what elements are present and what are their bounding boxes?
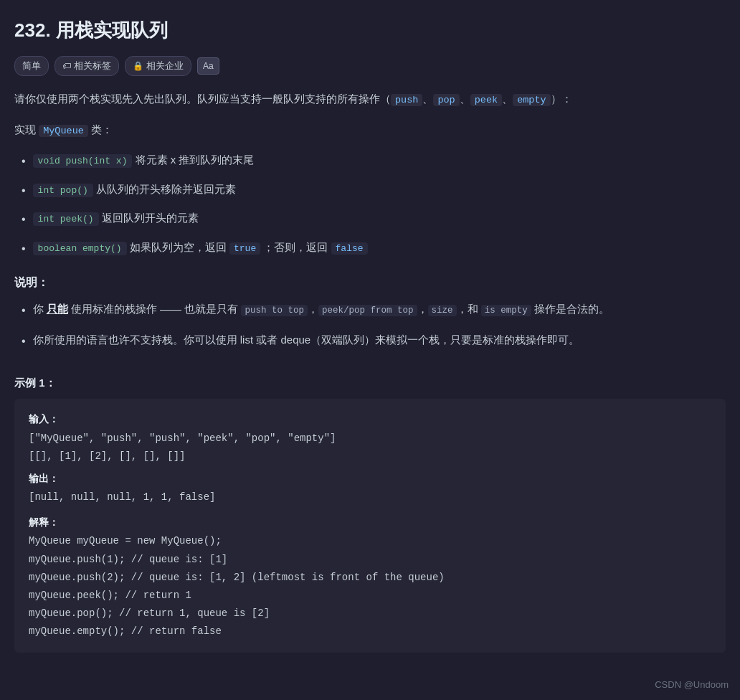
- comma-2: ，: [417, 303, 428, 315]
- intro-text: 请你仅使用两个栈实现先入先出队列。队列应当支持一般队列支持的所有操作（: [14, 93, 391, 105]
- watermark: CSDN @Undoom: [655, 677, 729, 693]
- note-bullet-1: •: [22, 301, 26, 321]
- intro-code-peek: peek: [470, 94, 502, 106]
- input-line1: ["MyQueue", "push", "push", "peek", "pop…: [29, 430, 711, 448]
- intro-end: ）：: [551, 93, 572, 105]
- lock-icon: 🔒: [133, 59, 143, 73]
- bullet-1: •: [22, 151, 26, 172]
- method-pop-desc: 从队列的开头移除并返回元素: [96, 183, 236, 195]
- note-2: • 你所使用的语言也许不支持栈。你可以使用 list 或者 deque（双端队列…: [22, 330, 726, 352]
- explain-label-text: 解释：: [29, 516, 59, 528]
- explain-line-2: myQueue.push(1); // queue is: [1]: [29, 551, 711, 569]
- method-peek-desc: 返回队列开头的元素: [102, 212, 199, 224]
- implement-prefix: 实现: [14, 123, 39, 136]
- intro-code-empty: empty: [513, 94, 551, 106]
- tag-easy[interactable]: 简单: [14, 56, 49, 76]
- method-push-desc: 将元素 x 推到队列的末尾: [136, 153, 255, 166]
- method-peek: • int peek() 返回队列开头的元素: [22, 208, 726, 230]
- method-push: • void push(int x) 将元素 x 推到队列的末尾: [22, 150, 726, 172]
- op-is-empty: is empty: [481, 305, 531, 316]
- bool-true: true: [229, 242, 260, 255]
- tag-company-label: 相关企业: [146, 58, 184, 74]
- intro-paragraph: 请你仅使用两个栈实现先入先出队列。队列应当支持一般队列支持的所有操作（push、…: [14, 89, 726, 109]
- intro-code-push: push: [391, 94, 422, 106]
- tag-related-tags[interactable]: 🏷 相关标签: [54, 56, 119, 76]
- method-pop-code: int pop(): [33, 184, 93, 197]
- comma-1: ，: [308, 303, 318, 315]
- example-title: 示例 1：: [14, 374, 726, 392]
- method-empty-code: boolean empty(): [33, 242, 127, 255]
- tag-related-tags-label: 相关标签: [74, 58, 111, 74]
- op-peek-pop: peek/pop from top: [318, 305, 417, 316]
- example-block: 输入： ["MyQueue", "push", "push", "peek", …: [14, 399, 726, 652]
- note-1-bold: 只能: [47, 303, 68, 315]
- myqueue-class: MyQueue: [39, 125, 88, 137]
- input-line2: [[], [1], [2], [], [], []]: [29, 448, 711, 465]
- note-1-and: ，和: [457, 303, 481, 315]
- tag-row: 简单 🏷 相关标签 🔒 相关企业 Aa: [14, 56, 726, 76]
- note-1-mid: 使用标准的栈操作 —— 也就是只有: [68, 303, 242, 315]
- implement-suffix: 类：: [88, 123, 113, 136]
- method-pop-content: int pop() 从队列的开头移除并返回元素: [33, 179, 236, 199]
- bullet-3: •: [22, 209, 26, 230]
- note-1: • 你 只能 使用标准的栈操作 —— 也就是只有 push to top，pee…: [22, 299, 726, 321]
- tag-aa-label: Aa: [203, 61, 214, 71]
- note-1-suffix: 操作是合法的。: [531, 303, 609, 315]
- method-empty-desc-2: ；否则，返回: [260, 241, 331, 253]
- method-empty-desc-1: 如果队列为空，返回: [130, 241, 229, 253]
- method-peek-code: int peek(): [33, 212, 99, 226]
- method-empty-content: boolean empty() 如果队列为空，返回 true ；否则，返回 fa…: [33, 237, 368, 257]
- method-push-content: void push(int x) 将元素 x 推到队列的末尾: [33, 150, 255, 169]
- explain-line-3: myQueue.push(2); // queue is: [1, 2] (le…: [29, 569, 711, 587]
- note-1-prefix: 你: [33, 303, 47, 315]
- note-bullet-2: •: [22, 331, 26, 352]
- output-label: 输出：: [29, 470, 711, 488]
- method-push-code: void push(int x): [33, 154, 133, 168]
- notes-list: • 你 只能 使用标准的栈操作 —— 也就是只有 push to top，pee…: [14, 299, 726, 352]
- output-line: [null, null, null, 1, 1, false]: [29, 488, 711, 506]
- op-push-top: push to top: [241, 305, 308, 316]
- explain-line-5: myQueue.pop(); // return 1, queue is [2]: [29, 605, 711, 623]
- explain-line-4: myQueue.peek(); // return 1: [29, 587, 711, 605]
- page-title: 232. 用栈实现队列: [14, 14, 726, 46]
- explain-line-1: MyQueue myQueue = new MyQueue();: [29, 532, 711, 550]
- input-label-text: 输入：: [29, 413, 59, 425]
- tag-icon: 🏷: [62, 59, 71, 73]
- bullet-4: •: [22, 239, 26, 260]
- op-size: size: [428, 305, 457, 316]
- methods-list: • void push(int x) 将元素 x 推到队列的末尾 • int p…: [14, 150, 726, 260]
- tag-easy-label: 简单: [22, 58, 41, 74]
- input-label: 输入：: [29, 410, 711, 429]
- note-2-text: 你所使用的语言也许不支持栈。你可以使用 list 或者 deque（双端队列）来…: [33, 330, 580, 349]
- method-peek-content: int peek() 返回队列开头的元素: [33, 208, 199, 227]
- intro-code-pop: pop: [433, 94, 459, 106]
- method-empty: • boolean empty() 如果队列为空，返回 true ；否则，返回 …: [22, 237, 726, 260]
- note-title: 说明：: [14, 273, 726, 292]
- bool-false: false: [331, 242, 368, 255]
- output-label-text: 输出：: [29, 473, 59, 484]
- bullet-2: •: [22, 181, 26, 202]
- note-1-content: 你 只能 使用标准的栈操作 —— 也就是只有 push to top，peek/…: [33, 299, 609, 319]
- explain-label: 解释：: [29, 514, 711, 532]
- tag-aa[interactable]: Aa: [197, 57, 219, 75]
- explain-line-6: myQueue.empty(); // return false: [29, 623, 711, 640]
- tag-company[interactable]: 🔒 相关企业: [125, 56, 191, 76]
- method-pop: • int pop() 从队列的开头移除并返回元素: [22, 179, 726, 202]
- implement-line: 实现 MyQueue 类：: [14, 120, 726, 140]
